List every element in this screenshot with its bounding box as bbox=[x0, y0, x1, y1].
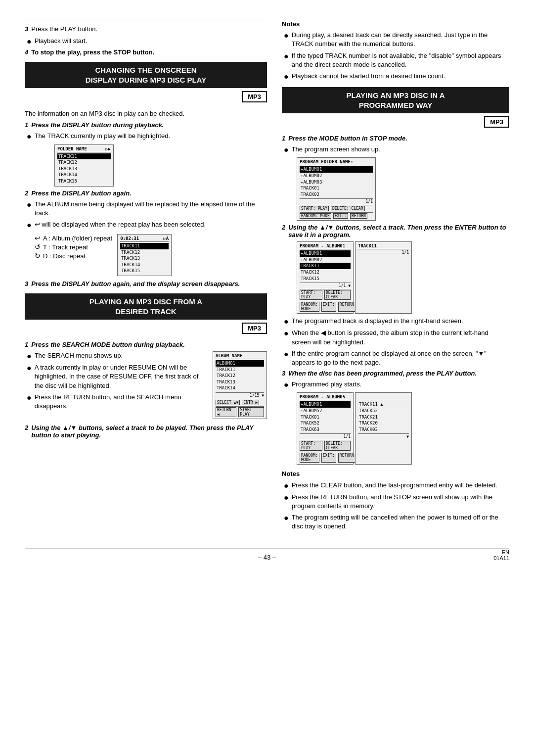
note-2-text: If the typed TRACK number is not availab… bbox=[292, 51, 509, 69]
note-1: ● During play, a desired track can be di… bbox=[282, 31, 509, 48]
prog3-left-row2: +ALBUM52 bbox=[300, 408, 351, 414]
bullet-repeat-text: ↩ will be displayed when the repeat play… bbox=[35, 220, 206, 229]
prog2-left-row2: +ALBUM02 bbox=[300, 257, 351, 263]
section-header-2: PLAYING AN MP3 DISC FROM A DESIRED TRACK bbox=[25, 293, 267, 320]
prog1-start: START: PLAY bbox=[300, 206, 329, 211]
screen-1-title: FOLDER NAME ▷▶ bbox=[57, 146, 111, 152]
bullet-dot-2: ● bbox=[27, 132, 32, 141]
note2-3: ● The program setting will be cancelled … bbox=[282, 513, 509, 531]
bullet-track-text: The TRACK currently in play will be high… bbox=[35, 132, 170, 141]
prog2-left-title: PROGRAM - ALBUM01 bbox=[300, 243, 351, 249]
screen-prog2-dual: PROGRAM - ALBUM01 +ALBUM01 +ALBUM02 TRAC… bbox=[297, 241, 412, 314]
note-1-text: During play, a desired track can be dire… bbox=[292, 31, 509, 48]
prog2-delete: DELETE: CLEAR bbox=[324, 290, 351, 300]
repeat-track: ↺ T : Track repeat bbox=[35, 243, 112, 251]
bullet-dot-7: ● bbox=[27, 393, 32, 402]
step-3-prog-text: When the disc has been programmed, press… bbox=[288, 370, 477, 377]
screen-search-t3: TRACK13 bbox=[216, 379, 264, 385]
prog2-footer2: RANDOM: MODE EXIT: RETURN bbox=[300, 301, 351, 312]
prog1-random: RANDOM: MODE bbox=[300, 213, 331, 219]
bullet-search3-text: Press the RETURN button, and the SEARCH … bbox=[35, 393, 209, 411]
screen-2: 0:02:31 ▷A TRACK11 TRACK12 TRACK13 TRACK… bbox=[117, 234, 172, 276]
note-dot-3: ● bbox=[284, 72, 289, 81]
bullet-prog3-text: If the entire program cannot be displaye… bbox=[292, 349, 509, 367]
prog3-left-row3: TRACK01 bbox=[300, 414, 351, 421]
bullet-playback-text: Playback will start. bbox=[35, 37, 88, 46]
screen-1-wrap: FOLDER NAME ▷▶ TRACK11 TRACK12 TRACK13 T… bbox=[54, 144, 267, 187]
screen-prog2-left: PROGRAM - ALBUM01 +ALBUM01 +ALBUM02 TRAC… bbox=[297, 241, 354, 314]
section-header-1: CHANGING THE ONSCREEN DISPLAY DURING MP3… bbox=[25, 62, 267, 88]
prog3-return: RETURN bbox=[338, 453, 356, 463]
prog2-right-page: 1/1 bbox=[358, 250, 409, 255]
prog1-row1: +ALBUM01 bbox=[300, 166, 373, 173]
note2-1-text: Press the CLEAR button, and the last-pro… bbox=[292, 481, 497, 490]
note2-2-text: Press the RETURN button, and the STOP sc… bbox=[292, 493, 509, 511]
bullet-program-screen: ● The program screen shows up. bbox=[282, 145, 509, 154]
right-column: Notes ● During play, a desired track can… bbox=[282, 20, 509, 533]
bullet-album-text: The ALBUM name being displayed will be r… bbox=[35, 200, 267, 218]
screen-search-wrap: ALBUM NAME ALBUM01 TRACK11 TRACK12 TRACK… bbox=[213, 351, 267, 419]
screen-prog1-wrap: PROGRAM FOLDER NAME: +ALBUM01 +ALBUM02 +… bbox=[297, 157, 509, 221]
screen-search-footer: SELECT ▲▼ ENTR ▶ bbox=[216, 399, 264, 405]
prog1-delete: DELETE: CLEAR bbox=[331, 206, 365, 211]
step-4-text: To stop the play, press the STOP button. bbox=[31, 48, 154, 56]
prog1-row4: TRACK01 bbox=[300, 185, 373, 191]
prog1-return: RETURN bbox=[350, 213, 367, 219]
prog1-footer1: START: PLAY DELETE: CLEAR bbox=[300, 205, 373, 211]
note-dot-1: ● bbox=[284, 31, 289, 40]
bullet-dot-4: ● bbox=[27, 220, 32, 230]
step-2-display: 2 Press the DISPLAY button again. bbox=[25, 189, 267, 197]
note2-2: ● Press the RETURN button, and the STOP … bbox=[282, 493, 509, 511]
step-1-search-text: Press the SEARCH MODE button during play… bbox=[31, 341, 185, 348]
prog2-exit: EXIT: bbox=[321, 302, 336, 312]
screen-row-4: TRACK14 bbox=[57, 172, 111, 178]
bullet-search1-text: The SERACH menu shows up. bbox=[35, 351, 123, 360]
prog2-return: RETURN bbox=[338, 302, 356, 312]
prog3-left-title: PROGRAM - ALBUM05 bbox=[300, 394, 351, 400]
search-bullets: ● The SERACH menu shows up. ● A track cu… bbox=[25, 351, 209, 413]
screen-prog1-title: PROGRAM FOLDER NAME: bbox=[300, 159, 373, 165]
prog1-exit: EXIT: bbox=[333, 213, 348, 219]
prog1-row5: TRACK02 bbox=[300, 191, 373, 198]
prog3-right-row4: TRACK20 bbox=[358, 420, 409, 426]
note2-dot-2: ● bbox=[284, 493, 289, 502]
prog1-page: 1/1 bbox=[300, 198, 373, 204]
step-1-display: 1 Press the DISPLAY button during playba… bbox=[25, 121, 267, 129]
step-num-2s: 2 bbox=[25, 424, 28, 431]
repeat-disc-icon: ↻ bbox=[35, 252, 41, 260]
screen-2-row5: TRACK15 bbox=[120, 268, 169, 274]
footer-start: START PLAY bbox=[238, 407, 264, 417]
notes-header-1: Notes bbox=[282, 20, 509, 29]
screen-search-t2: TRACK12 bbox=[216, 373, 264, 379]
left-column: 3 Press the PLAY button. ● Playback will… bbox=[25, 20, 267, 533]
bullet-prog1: ● The programmed track is displayed in t… bbox=[282, 317, 509, 326]
repeat-album-label: A : Album (folder) repeat bbox=[43, 235, 112, 242]
page-code-num: 01A11 bbox=[493, 555, 509, 561]
bullet-prog-start-text: Programmed play starts. bbox=[292, 380, 362, 389]
step-num-1s: 1 bbox=[25, 341, 28, 348]
page-footer: – 43 – EN 01A11 bbox=[25, 548, 509, 561]
step-4: 4 To stop the play, press the STOP butto… bbox=[25, 48, 267, 56]
screen-2-time: 0:02:31 bbox=[120, 236, 139, 241]
section3-line2: PROGRAMMED WAY bbox=[287, 100, 504, 110]
footer-return: RETURN ◀ bbox=[216, 407, 236, 417]
screen-search-t1: TRACK11 bbox=[216, 367, 264, 373]
repeat-disc: ↻ D : Disc repeat bbox=[35, 252, 112, 260]
step-num-3-top: 3 bbox=[25, 25, 28, 33]
page-number: – 43 – bbox=[258, 554, 276, 561]
note-dot-2: ● bbox=[284, 51, 289, 61]
step-num-1m: 1 bbox=[282, 135, 285, 142]
prog2-left-row5: TRACK15 bbox=[300, 276, 351, 282]
section2-line2: DESIRED TRACK bbox=[30, 307, 262, 317]
note2-dot-1: ● bbox=[284, 481, 289, 490]
mp3-badge-2: MP3 bbox=[242, 323, 267, 334]
section2-line1: PLAYING AN MP3 DISC FROM A bbox=[30, 297, 262, 307]
prog3-exit: EXIT: bbox=[321, 453, 336, 463]
screen-search-album: ALBUM01 bbox=[216, 360, 264, 367]
prog2-random: RANDOM: MODE bbox=[300, 302, 319, 312]
bullet-prog1-text: The programmed track is displayed in the… bbox=[292, 317, 463, 326]
step-2-search: 2 Using the ▲/▼ buttons, select a track … bbox=[25, 424, 267, 439]
search-section: ● The SERACH menu shows up. ● A track cu… bbox=[25, 351, 267, 419]
step-num-2d: 2 bbox=[25, 189, 28, 197]
prog3-right-title bbox=[358, 394, 409, 400]
